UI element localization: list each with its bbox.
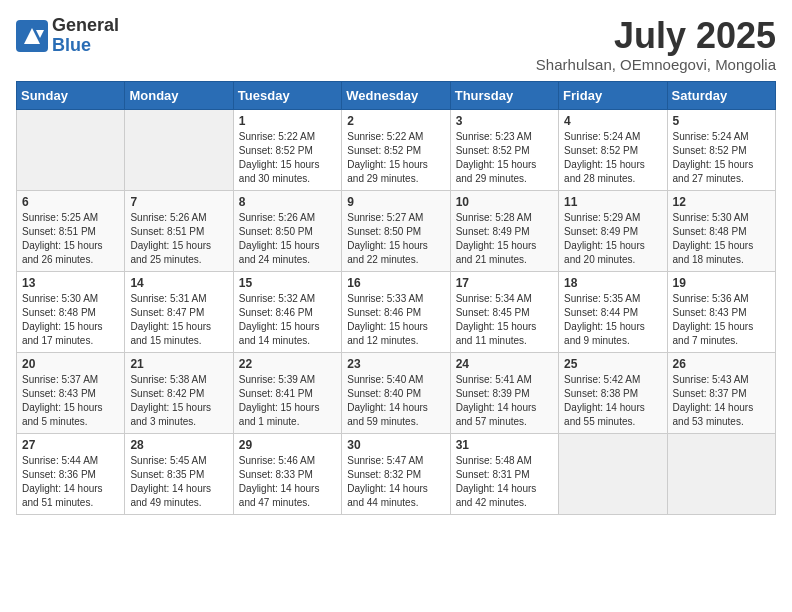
day-number: 1 — [239, 114, 336, 128]
calendar-cell: 1Sunrise: 5:22 AMSunset: 8:52 PMDaylight… — [233, 109, 341, 190]
day-info: Sunrise: 5:39 AMSunset: 8:41 PMDaylight:… — [239, 373, 336, 429]
calendar-cell: 7Sunrise: 5:26 AMSunset: 8:51 PMDaylight… — [125, 190, 233, 271]
weekday-header: Thursday — [450, 81, 558, 109]
calendar-cell: 9Sunrise: 5:27 AMSunset: 8:50 PMDaylight… — [342, 190, 450, 271]
title-block: July 2025 Sharhulsan, OEmnoegovi, Mongol… — [536, 16, 776, 73]
day-number: 11 — [564, 195, 661, 209]
day-number: 4 — [564, 114, 661, 128]
calendar-cell: 30Sunrise: 5:47 AMSunset: 8:32 PMDayligh… — [342, 433, 450, 514]
day-info: Sunrise: 5:26 AMSunset: 8:50 PMDaylight:… — [239, 211, 336, 267]
day-number: 30 — [347, 438, 444, 452]
day-number: 9 — [347, 195, 444, 209]
day-info: Sunrise: 5:46 AMSunset: 8:33 PMDaylight:… — [239, 454, 336, 510]
calendar-cell: 12Sunrise: 5:30 AMSunset: 8:48 PMDayligh… — [667, 190, 775, 271]
calendar-week-row: 6Sunrise: 5:25 AMSunset: 8:51 PMDaylight… — [17, 190, 776, 271]
day-number: 18 — [564, 276, 661, 290]
day-info: Sunrise: 5:22 AMSunset: 8:52 PMDaylight:… — [239, 130, 336, 186]
calendar-cell: 28Sunrise: 5:45 AMSunset: 8:35 PMDayligh… — [125, 433, 233, 514]
calendar-cell: 26Sunrise: 5:43 AMSunset: 8:37 PMDayligh… — [667, 352, 775, 433]
calendar-cell: 22Sunrise: 5:39 AMSunset: 8:41 PMDayligh… — [233, 352, 341, 433]
day-number: 2 — [347, 114, 444, 128]
calendar-cell: 14Sunrise: 5:31 AMSunset: 8:47 PMDayligh… — [125, 271, 233, 352]
day-info: Sunrise: 5:25 AMSunset: 8:51 PMDaylight:… — [22, 211, 119, 267]
day-number: 13 — [22, 276, 119, 290]
day-number: 8 — [239, 195, 336, 209]
day-number: 28 — [130, 438, 227, 452]
day-info: Sunrise: 5:48 AMSunset: 8:31 PMDaylight:… — [456, 454, 553, 510]
weekday-header: Friday — [559, 81, 667, 109]
calendar-cell — [17, 109, 125, 190]
day-number: 15 — [239, 276, 336, 290]
calendar-cell: 10Sunrise: 5:28 AMSunset: 8:49 PMDayligh… — [450, 190, 558, 271]
calendar-cell: 3Sunrise: 5:23 AMSunset: 8:52 PMDaylight… — [450, 109, 558, 190]
calendar-cell: 25Sunrise: 5:42 AMSunset: 8:38 PMDayligh… — [559, 352, 667, 433]
calendar-cell: 23Sunrise: 5:40 AMSunset: 8:40 PMDayligh… — [342, 352, 450, 433]
calendar-week-row: 20Sunrise: 5:37 AMSunset: 8:43 PMDayligh… — [17, 352, 776, 433]
day-info: Sunrise: 5:27 AMSunset: 8:50 PMDaylight:… — [347, 211, 444, 267]
day-number: 3 — [456, 114, 553, 128]
day-info: Sunrise: 5:47 AMSunset: 8:32 PMDaylight:… — [347, 454, 444, 510]
day-number: 20 — [22, 357, 119, 371]
day-info: Sunrise: 5:33 AMSunset: 8:46 PMDaylight:… — [347, 292, 444, 348]
day-info: Sunrise: 5:40 AMSunset: 8:40 PMDaylight:… — [347, 373, 444, 429]
calendar-cell: 29Sunrise: 5:46 AMSunset: 8:33 PMDayligh… — [233, 433, 341, 514]
day-info: Sunrise: 5:42 AMSunset: 8:38 PMDaylight:… — [564, 373, 661, 429]
day-number: 22 — [239, 357, 336, 371]
calendar-table: SundayMondayTuesdayWednesdayThursdayFrid… — [16, 81, 776, 515]
calendar-cell: 24Sunrise: 5:41 AMSunset: 8:39 PMDayligh… — [450, 352, 558, 433]
day-number: 12 — [673, 195, 770, 209]
day-number: 6 — [22, 195, 119, 209]
logo-blue-text: Blue — [52, 36, 119, 56]
day-number: 7 — [130, 195, 227, 209]
calendar-cell: 13Sunrise: 5:30 AMSunset: 8:48 PMDayligh… — [17, 271, 125, 352]
day-info: Sunrise: 5:24 AMSunset: 8:52 PMDaylight:… — [564, 130, 661, 186]
weekday-header: Monday — [125, 81, 233, 109]
day-info: Sunrise: 5:37 AMSunset: 8:43 PMDaylight:… — [22, 373, 119, 429]
calendar-cell: 17Sunrise: 5:34 AMSunset: 8:45 PMDayligh… — [450, 271, 558, 352]
day-info: Sunrise: 5:43 AMSunset: 8:37 PMDaylight:… — [673, 373, 770, 429]
day-number: 31 — [456, 438, 553, 452]
day-info: Sunrise: 5:31 AMSunset: 8:47 PMDaylight:… — [130, 292, 227, 348]
weekday-header: Sunday — [17, 81, 125, 109]
calendar-cell: 4Sunrise: 5:24 AMSunset: 8:52 PMDaylight… — [559, 109, 667, 190]
weekday-header-row: SundayMondayTuesdayWednesdayThursdayFrid… — [17, 81, 776, 109]
calendar-cell: 5Sunrise: 5:24 AMSunset: 8:52 PMDaylight… — [667, 109, 775, 190]
calendar-cell: 31Sunrise: 5:48 AMSunset: 8:31 PMDayligh… — [450, 433, 558, 514]
calendar-week-row: 1Sunrise: 5:22 AMSunset: 8:52 PMDaylight… — [17, 109, 776, 190]
calendar-cell: 21Sunrise: 5:38 AMSunset: 8:42 PMDayligh… — [125, 352, 233, 433]
calendar-cell: 20Sunrise: 5:37 AMSunset: 8:43 PMDayligh… — [17, 352, 125, 433]
day-info: Sunrise: 5:23 AMSunset: 8:52 PMDaylight:… — [456, 130, 553, 186]
day-info: Sunrise: 5:26 AMSunset: 8:51 PMDaylight:… — [130, 211, 227, 267]
calendar-cell: 18Sunrise: 5:35 AMSunset: 8:44 PMDayligh… — [559, 271, 667, 352]
day-info: Sunrise: 5:24 AMSunset: 8:52 PMDaylight:… — [673, 130, 770, 186]
calendar-cell: 11Sunrise: 5:29 AMSunset: 8:49 PMDayligh… — [559, 190, 667, 271]
day-number: 29 — [239, 438, 336, 452]
day-info: Sunrise: 5:34 AMSunset: 8:45 PMDaylight:… — [456, 292, 553, 348]
weekday-header: Tuesday — [233, 81, 341, 109]
calendar-cell: 27Sunrise: 5:44 AMSunset: 8:36 PMDayligh… — [17, 433, 125, 514]
day-info: Sunrise: 5:44 AMSunset: 8:36 PMDaylight:… — [22, 454, 119, 510]
calendar-cell: 15Sunrise: 5:32 AMSunset: 8:46 PMDayligh… — [233, 271, 341, 352]
calendar-cell: 6Sunrise: 5:25 AMSunset: 8:51 PMDaylight… — [17, 190, 125, 271]
calendar-cell: 19Sunrise: 5:36 AMSunset: 8:43 PMDayligh… — [667, 271, 775, 352]
calendar-cell — [667, 433, 775, 514]
day-number: 17 — [456, 276, 553, 290]
day-info: Sunrise: 5:41 AMSunset: 8:39 PMDaylight:… — [456, 373, 553, 429]
day-number: 23 — [347, 357, 444, 371]
calendar-cell: 16Sunrise: 5:33 AMSunset: 8:46 PMDayligh… — [342, 271, 450, 352]
day-info: Sunrise: 5:30 AMSunset: 8:48 PMDaylight:… — [673, 211, 770, 267]
calendar-cell — [125, 109, 233, 190]
weekday-header: Wednesday — [342, 81, 450, 109]
day-info: Sunrise: 5:36 AMSunset: 8:43 PMDaylight:… — [673, 292, 770, 348]
day-number: 5 — [673, 114, 770, 128]
day-number: 24 — [456, 357, 553, 371]
day-info: Sunrise: 5:28 AMSunset: 8:49 PMDaylight:… — [456, 211, 553, 267]
day-number: 10 — [456, 195, 553, 209]
day-info: Sunrise: 5:29 AMSunset: 8:49 PMDaylight:… — [564, 211, 661, 267]
location-title: Sharhulsan, OEmnoegovi, Mongolia — [536, 56, 776, 73]
calendar-cell — [559, 433, 667, 514]
day-info: Sunrise: 5:35 AMSunset: 8:44 PMDaylight:… — [564, 292, 661, 348]
day-number: 26 — [673, 357, 770, 371]
month-title: July 2025 — [536, 16, 776, 56]
day-number: 19 — [673, 276, 770, 290]
